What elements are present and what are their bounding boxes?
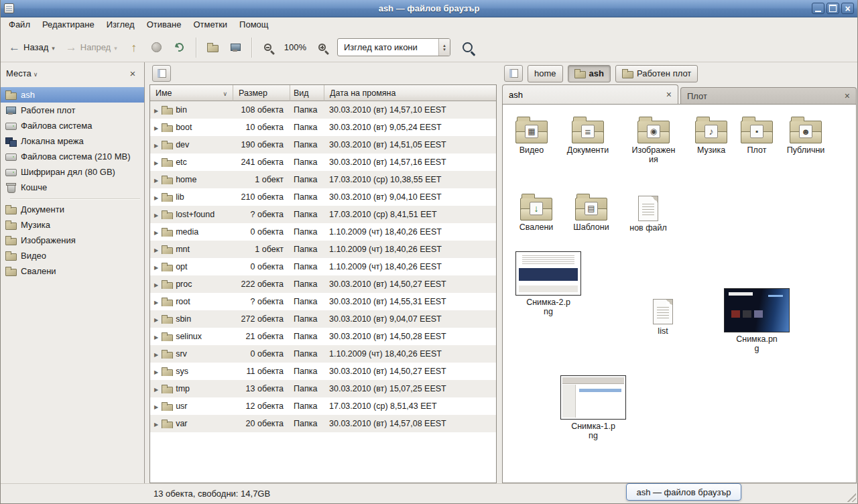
view-mode-select[interactable]: Изглед като икони [337, 38, 450, 56]
zoom-out-button[interactable] [257, 37, 279, 58]
minimize-button[interactable] [812, 3, 824, 14]
icon-view-item[interactable]: Снимка-2.png [513, 251, 583, 317]
sidebar-item[interactable]: Музика [1, 217, 144, 233]
tab-close-icon[interactable] [666, 90, 672, 100]
sidebar-selector-chevron-icon[interactable] [34, 69, 38, 78]
table-row[interactable]: bin 108 обекта Папка 30.03.2010 (вт) 14,… [150, 101, 496, 119]
back-button[interactable]: Назад [4, 37, 60, 58]
table-row[interactable]: root ? обекта Папка 30.03.2010 (вт) 14,5… [150, 293, 496, 310]
table-row[interactable]: dev 190 обекта Папка 30.03.2010 (вт) 14,… [150, 136, 496, 153]
home-button[interactable] [202, 37, 223, 58]
window-list-tooltip[interactable]: ash — файлов браузър [626, 483, 741, 501]
icon-view-item[interactable]: Снимка-1.png [558, 375, 628, 441]
column-header-type[interactable]: Вид [290, 85, 324, 101]
pathbar-button[interactable]: ash [568, 65, 611, 82]
column-header-size[interactable]: Размер [233, 85, 290, 101]
expander-icon[interactable] [154, 227, 158, 237]
back-history-chevron-icon[interactable] [52, 42, 55, 52]
sidebar-item[interactable]: Изображения [1, 233, 144, 248]
sidebar-title[interactable]: Места [6, 68, 32, 78]
sidebar-item[interactable]: Работен плот [1, 103, 144, 118]
sidebar-item[interactable] [1, 195, 144, 202]
expander-icon[interactable] [154, 175, 158, 184]
search-button[interactable] [457, 37, 479, 58]
table-row[interactable]: selinux 21 обекта Папка 30.03.2010 (вт) … [150, 328, 496, 345]
expander-icon[interactable] [154, 192, 158, 202]
expander-icon[interactable] [154, 210, 158, 219]
table-row[interactable]: var 20 обекта Папка 30.03.2010 (вт) 14,5… [150, 415, 496, 432]
icon-view-item[interactable]: Публични [780, 114, 831, 155]
expander-icon[interactable] [154, 401, 158, 411]
expander-icon[interactable] [154, 158, 158, 167]
sidebar-item[interactable]: Файлова система [1, 118, 144, 133]
expander-icon[interactable] [154, 419, 158, 428]
menu-item[interactable]: Помощ [233, 17, 274, 33]
pane-splitter[interactable] [145, 62, 149, 483]
icon-view-item[interactable]: Снимка.png [722, 288, 792, 354]
icon-view-item[interactable]: Музика [686, 114, 737, 155]
icon-view[interactable]: Видео Документи Изображения [502, 104, 857, 483]
tab-close-icon[interactable] [845, 91, 850, 101]
icon-view-item[interactable]: нов файл [623, 192, 674, 233]
pane-location-button[interactable] [504, 65, 523, 82]
sidebar-item[interactable]: Свалени [1, 263, 144, 279]
sidebar-item[interactable]: ash [1, 87, 144, 103]
table-row[interactable]: mnt 1 обект Папка 1.10.2009 (чт) 18,40,2… [150, 241, 496, 258]
expander-icon[interactable] [154, 123, 158, 132]
table-row[interactable]: sys 11 обекта Папка 30.03.2010 (вт) 14,5… [150, 363, 496, 380]
icon-view-item[interactable]: Плот [731, 114, 782, 155]
table-row[interactable]: lost+found ? обекта Папка 17.03.2010 (ср… [150, 206, 496, 223]
column-header-name[interactable]: Име [150, 85, 233, 101]
sidebar-item[interactable]: Кошче [1, 180, 144, 195]
up-button[interactable] [123, 37, 145, 58]
expander-icon[interactable] [154, 384, 158, 393]
table-row[interactable]: lib 210 обекта Папка 30.03.2010 (вт) 9,0… [150, 188, 496, 206]
sidebar-item[interactable]: Шифриран дял (80 GB) [1, 164, 144, 180]
icon-view-item[interactable]: Документи [562, 114, 613, 155]
expander-icon[interactable] [154, 105, 158, 115]
close-button[interactable] [841, 3, 854, 14]
expander-icon[interactable] [154, 140, 158, 149]
sidebar-close-icon[interactable] [127, 68, 139, 80]
sidebar-item[interactable]: Видео [1, 248, 144, 263]
pane-splitter[interactable] [497, 62, 502, 483]
table-row[interactable]: boot 10 обекта Папка 30.03.2010 (вт) 9,0… [150, 119, 496, 136]
tab[interactable]: ash [502, 84, 678, 104]
icon-view-item[interactable]: Видео [506, 114, 557, 155]
maximize-button[interactable] [826, 3, 839, 14]
expander-icon[interactable] [154, 245, 158, 254]
stop-button[interactable] [146, 37, 168, 58]
icon-view-item[interactable]: Изображения [628, 114, 679, 165]
menu-item[interactable]: Изглед [101, 17, 141, 33]
table-row[interactable]: media 0 обекта Папка 1.10.2009 (чт) 18,4… [150, 223, 496, 241]
pathbar-button[interactable]: home [528, 65, 563, 82]
table-row[interactable]: home 1 обект Папка 17.03.2010 (ср) 10,38… [150, 171, 496, 188]
expander-icon[interactable] [154, 279, 158, 289]
resize-grip[interactable] [846, 492, 856, 502]
forward-button[interactable]: Напред [61, 37, 122, 58]
menu-item[interactable]: Файл [3, 17, 36, 33]
tab[interactable]: Плот [680, 87, 857, 104]
pathbar-button[interactable]: Работен плот [615, 65, 698, 82]
table-row[interactable]: etc 241 обекта Папка 30.03.2010 (вт) 14,… [150, 153, 496, 171]
icon-view-item[interactable]: Шаблони [566, 191, 617, 232]
sidebar-item[interactable]: Документи [1, 202, 144, 217]
table-row[interactable]: sbin 272 обекта Папка 30.03.2010 (вт) 9,… [150, 310, 496, 328]
table-row[interactable]: proc 222 обекта Папка 30.03.2010 (вт) 14… [150, 275, 496, 293]
view-mode-spinner[interactable] [438, 39, 450, 56]
computer-button[interactable] [225, 37, 246, 58]
sidebar-item[interactable]: Файлова система (210 MB) [1, 149, 144, 164]
table-row[interactable]: usr 12 обекта Папка 17.03.2010 (ср) 8,51… [150, 397, 496, 415]
expander-icon[interactable] [154, 349, 158, 359]
icon-view-item[interactable]: list [637, 296, 688, 336]
pane-location-button[interactable] [152, 65, 171, 82]
zoom-in-button[interactable] [312, 37, 333, 58]
menu-item[interactable]: Отиване [141, 17, 188, 33]
table-row[interactable]: srv 0 обекта Папка 1.10.2009 (чт) 18,40,… [150, 345, 496, 363]
menu-item[interactable]: Отметки [187, 17, 233, 33]
expander-icon[interactable] [154, 297, 158, 306]
menu-item[interactable]: Редактиране [36, 17, 101, 33]
expander-icon[interactable] [154, 262, 158, 271]
sidebar-item[interactable]: Локална мрежа [1, 133, 144, 149]
expander-icon[interactable] [154, 332, 158, 341]
